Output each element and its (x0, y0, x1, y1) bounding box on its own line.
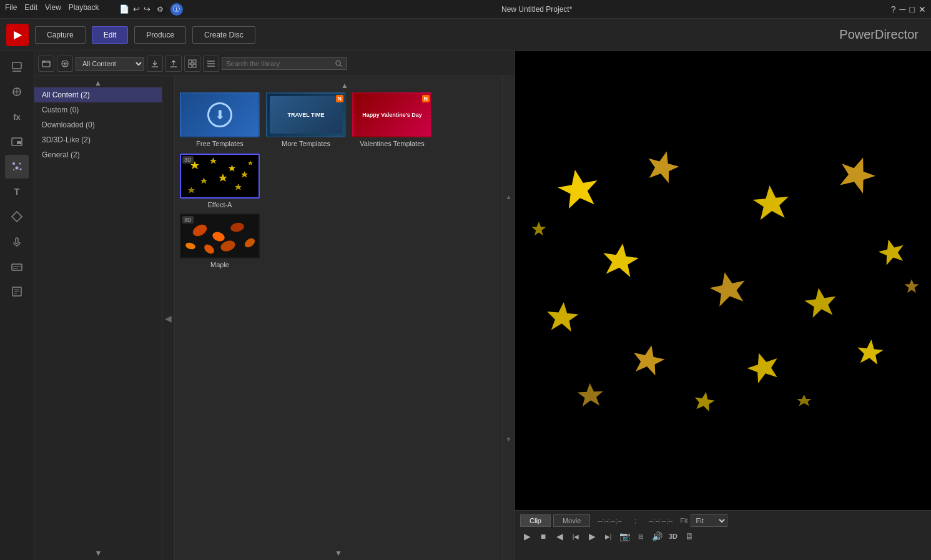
svg-rect-9 (16, 238, 18, 243)
svg-point-4 (12, 162, 15, 165)
template-thumb-more: TRAVEL TIME N (266, 92, 346, 137)
svg-point-6 (16, 167, 19, 170)
grid-scroll-down[interactable]: ▼ (175, 549, 502, 558)
category-downloaded[interactable]: Downloaded (0) (34, 117, 162, 132)
menu-file[interactable]: File (5, 3, 17, 16)
prev-second-button[interactable]: |◀ (569, 529, 583, 543)
search-box (222, 57, 347, 70)
fit-select[interactable]: Fit 100% 50% (691, 514, 727, 527)
svg-rect-0 (12, 62, 21, 69)
main-area: fx T (0, 51, 931, 560)
stop-button[interactable]: ■ (536, 529, 550, 543)
category-custom[interactable]: Custom (0) (34, 102, 162, 117)
preview-timecode: --:--:--;-- (593, 515, 626, 526)
new-project-icon[interactable]: 📄 (119, 4, 129, 14)
sidebar-effects-icon[interactable] (5, 80, 29, 104)
template-more[interactable]: TRAVEL TIME N More Templates (266, 92, 346, 147)
import-button[interactable] (147, 56, 163, 72)
sidebar-icons: fx T (0, 51, 34, 560)
template-thumb-maple: 3D (180, 214, 260, 258)
svg-point-5 (19, 163, 21, 165)
template-valentines[interactable]: Happy Valentine's Day N Valentines Templ… (352, 92, 432, 147)
window-controls[interactable]: ? ─ □ ✕ (891, 4, 926, 14)
grid-nav-down[interactable]: ▼ (503, 318, 515, 561)
maximize-button[interactable]: □ (910, 4, 915, 14)
undo-icon[interactable]: ↩ (133, 4, 140, 14)
prev-frame-button[interactable]: ◀ (553, 529, 566, 543)
grid-scroll-up[interactable]: ▲ (180, 81, 510, 90)
app-title: PowerDirector (839, 27, 919, 42)
next-second-button[interactable]: ▶| (601, 529, 615, 543)
import-folder-button[interactable] (38, 56, 54, 72)
sidebar-subtitle-icon[interactable] (5, 255, 29, 278)
search-input[interactable] (226, 60, 333, 67)
svg-line-30 (340, 64, 342, 66)
sidebar-pip-icon[interactable] (5, 130, 29, 154)
template-row-2: 3D Maple (180, 211, 510, 271)
sidebar-title-icon[interactable]: T (5, 180, 29, 204)
menu-edit[interactable]: Edit (24, 3, 37, 16)
redo-icon[interactable]: ↪ (144, 4, 150, 14)
sidebar-transition-icon[interactable] (5, 205, 29, 228)
category-general[interactable]: General (2) (34, 147, 162, 162)
edit-button[interactable]: Edit (92, 26, 129, 44)
volume-button[interactable]: 🔊 (650, 529, 664, 543)
title-bar: File Edit View Playback 📄 ↩ ↪ ⚙ ⓘ New Un… (0, 0, 931, 19)
snapshot-button[interactable]: 📷 (618, 529, 631, 543)
category-scroll-up[interactable]: ▲ (34, 79, 162, 87)
template-free[interactable]: ⬇ Free Templates (180, 92, 260, 147)
app-logo: ▶ (6, 24, 29, 46)
sidebar-audio-icon[interactable] (5, 230, 29, 253)
export-button[interactable] (165, 56, 182, 72)
preview-tabs-row: Clip Movie --:--:--;-- ; --:--:--;-- Fit… (520, 514, 926, 527)
play-button[interactable]: ▶ (520, 529, 534, 543)
sidebar-chapter-icon[interactable] (5, 280, 29, 303)
category-3d[interactable]: 3D/3D-Like (2) (34, 132, 162, 147)
template-label-effecta: Effect-A (208, 201, 232, 209)
menu-playback[interactable]: Playback (69, 3, 99, 16)
produce-button[interactable]: Produce (134, 26, 186, 44)
next-frame-button[interactable]: ▶ (585, 529, 599, 543)
template-effecta[interactable]: 3D Effect-A (180, 154, 260, 209)
category-scroll-down[interactable]: ▼ (34, 549, 162, 558)
movie-tab[interactable]: Movie (553, 514, 590, 527)
list-view-button[interactable] (203, 56, 219, 72)
clip-tab[interactable]: Clip (520, 514, 551, 527)
grid-nav-up[interactable]: ▲ (503, 76, 515, 318)
create-disc-button[interactable]: Create Disc (192, 26, 255, 44)
svg-rect-22 (189, 60, 192, 63)
grid-nav-arrows: ▲ ▼ (502, 76, 515, 560)
grid-view-button[interactable] (184, 56, 200, 72)
sidebar-fx-icon[interactable]: fx (5, 105, 29, 129)
menu-view[interactable]: View (45, 3, 61, 16)
menu-bar[interactable]: File Edit View Playback 📄 ↩ ↪ ⚙ ⓘ (5, 3, 183, 16)
minimize-button[interactable]: ─ (900, 4, 906, 14)
svg-point-8 (20, 169, 22, 170)
preview-timecode2: --:--:--;-- (644, 515, 677, 526)
compare-button[interactable]: ⊟ (634, 529, 648, 543)
template-thumb-valentines: Happy Valentine's Day N (352, 92, 432, 137)
badge-3d-effecta: 3D (182, 156, 194, 164)
external-monitor-button[interactable]: 🖥 (682, 529, 696, 543)
preview-fit-container: Fit Fit 100% 50% (680, 514, 727, 527)
grid-collapse-left[interactable]: ◀ (162, 76, 175, 560)
svg-point-29 (336, 61, 340, 65)
sidebar-particles-icon[interactable] (5, 155, 29, 179)
3d-button[interactable]: 3D (666, 529, 680, 543)
info-icon[interactable]: ⓘ (170, 3, 183, 16)
template-maple[interactable]: 3D Maple (180, 214, 260, 268)
svg-rect-24 (189, 64, 192, 67)
capture-button[interactable]: Capture (35, 26, 86, 44)
preview-playback-row: ▶ ■ ◀ |◀ ▶ ▶| 📷 ⊟ 🔊 3D 🖥 (520, 529, 926, 543)
template-label-maple: Maple (210, 261, 229, 268)
import-media-button[interactable] (57, 56, 73, 72)
content-filter-select[interactable]: All Content (76, 57, 144, 71)
sidebar-import-icon[interactable] (5, 55, 29, 79)
content-toolbar: All Content (34, 51, 515, 76)
settings-icon[interactable]: ⚙ (154, 3, 167, 16)
fit-label: Fit (680, 517, 687, 524)
help-button[interactable]: ? (891, 4, 896, 14)
close-button[interactable]: ✕ (919, 4, 926, 14)
search-icon (335, 60, 342, 67)
category-all-content[interactable]: All Content (2) (34, 87, 162, 102)
